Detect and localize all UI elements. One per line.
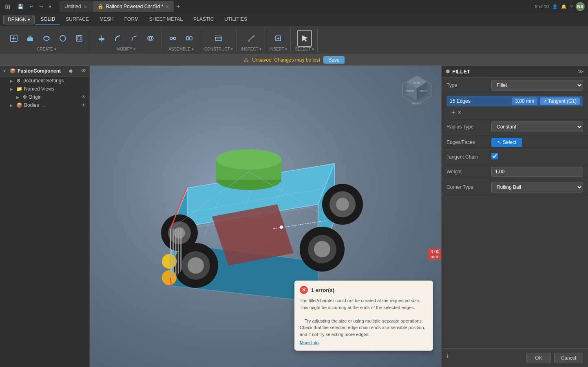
combine-button[interactable] <box>143 30 158 47</box>
type-select[interactable]: Fillet <box>491 80 583 91</box>
redo-button[interactable]: ↪ <box>37 2 46 11</box>
add-edge-button[interactable]: + <box>451 109 455 116</box>
cancel-button[interactable]: Cancel <box>554 353 583 363</box>
select-label[interactable]: SELECT ▾ <box>295 47 314 52</box>
tab-solid[interactable]: SOLID <box>35 14 60 25</box>
svg-point-48 <box>162 254 177 269</box>
info-icon[interactable]: ℹ <box>447 353 449 363</box>
dimension-label[interactable]: 3.00 mm <box>428 248 441 260</box>
construct-label[interactable]: CONSTRUCT ▾ <box>204 47 233 52</box>
measure-button[interactable] <box>244 30 259 47</box>
bodies-visibility-icon[interactable]: 👁 <box>81 102 86 108</box>
tab-untitled-close[interactable]: ✕ <box>84 4 87 9</box>
press-pull-button[interactable] <box>94 30 109 47</box>
titlebar: ⊞ 💾 ↩ ↪ ▾ Untitled ✕ 🔒 Balloon Powered C… <box>0 0 588 13</box>
assemble-label[interactable]: ASSEMBLE ▾ <box>168 47 194 52</box>
create-icons <box>7 28 86 47</box>
svg-point-38 <box>188 257 204 274</box>
sidebar-root[interactable]: ▾ 📦 FusionComponent ⏺ 👁 <box>0 66 89 77</box>
edges-add-remove: + × <box>447 106 466 119</box>
joint-button[interactable] <box>166 30 180 47</box>
tangent-chain-control <box>491 153 583 161</box>
doc-settings-icon: ⚙ <box>16 78 21 84</box>
save-button[interactable]: 💾 <box>15 2 26 11</box>
visibility-icon[interactable]: 👁 <box>81 68 86 74</box>
svg-point-63 <box>280 226 283 229</box>
modify-label[interactable]: MODIFY ▾ <box>117 47 135 52</box>
edges-tangent: ↗ Tangent (G1) <box>540 97 580 105</box>
inspect-label[interactable]: INSPECT ▾ <box>241 47 261 52</box>
tab-untitled[interactable]: Untitled ✕ <box>60 1 92 12</box>
user-initials[interactable]: NS <box>576 2 585 11</box>
error-body: The fillet/chamfer could not be created … <box>300 297 428 338</box>
new-component-button[interactable] <box>7 30 21 47</box>
apps-icon[interactable]: ⊞ <box>3 1 12 12</box>
as-built-joint-button[interactable] <box>182 30 197 47</box>
create-label[interactable]: CREATE ▾ <box>37 47 56 52</box>
sidebar-item-named-views[interactable]: ▶ 📁 Named Views <box>0 85 89 93</box>
edges-item[interactable]: 15 Edges 3.00 mm ↗ Tangent (G1) <box>447 96 583 106</box>
insert-button[interactable] <box>271 30 285 47</box>
save-button[interactable]: Save <box>323 56 344 64</box>
shell-button[interactable] <box>72 30 86 47</box>
more-menu-button[interactable]: ▾ <box>46 2 54 11</box>
fillet-button[interactable] <box>111 30 125 47</box>
ok-button[interactable]: OK <box>526 353 550 363</box>
notification-icon[interactable]: 🔔 <box>561 4 567 9</box>
tab-form[interactable]: FORM <box>119 14 144 25</box>
main-content: ▾ 📦 FusionComponent ⏺ 👁 ▶ ⚙ Document Set… <box>0 66 588 367</box>
account-icon[interactable]: 👤 <box>552 4 558 9</box>
record-icon[interactable]: ⏺ <box>69 69 73 73</box>
error-header: ✕ 1 error(s) <box>300 286 428 294</box>
toolbar-group-insert: INSERT ▾ <box>266 28 291 52</box>
insert-label[interactable]: INSERT ▾ <box>269 47 287 52</box>
toolbar: DESIGN ▾ SOLID SURFACE MESH FORM SHEET M… <box>0 13 588 54</box>
tab-sheet-metal[interactable]: SHEET METAL <box>144 14 188 25</box>
tab-surface[interactable]: SURFACE <box>61 14 94 25</box>
undo-button[interactable]: ↩ <box>27 2 36 11</box>
root-arrow: ▾ <box>3 69 8 73</box>
tab-balloon-close[interactable]: ✕ <box>166 4 169 9</box>
select-button[interactable] <box>297 30 312 47</box>
insert-icons <box>271 28 285 47</box>
origin-visibility-icon[interactable]: 👁 <box>81 94 86 100</box>
weight-input[interactable] <box>491 167 583 177</box>
offset-plane-button[interactable] <box>211 30 226 47</box>
sidebar-item-doc-settings[interactable]: ▶ ⚙ Document Settings <box>0 77 89 85</box>
panel-radius-type-row: Radius Type Constant <box>442 119 588 135</box>
edges-size[interactable]: 3.00 mm <box>512 97 537 105</box>
weight-label: Weight <box>447 169 491 175</box>
revolve-button[interactable] <box>39 30 54 47</box>
extrude-button[interactable] <box>23 30 38 47</box>
tangent-chain-checkbox[interactable] <box>491 153 498 159</box>
sidebar-item-bodies[interactable]: ▶ 📦 Bodies … 👁 <box>0 101 89 109</box>
panel-collapse-button[interactable]: ≫ <box>578 68 584 75</box>
chamfer-button[interactable] <box>127 30 141 47</box>
sidebar-item-origin[interactable]: ▶ ✤ Origin 👁 <box>0 93 89 101</box>
warning-icon: ⚠ <box>243 57 249 63</box>
toolbar-group-assemble: ASSEMBLE ▾ <box>162 28 200 52</box>
design-dropdown[interactable]: DESIGN ▾ <box>3 15 35 24</box>
panel-footer: ℹ OK Cancel <box>442 348 588 367</box>
corner-type-select[interactable]: Rolling Ball <box>491 182 583 192</box>
remove-edge-button[interactable]: × <box>458 109 461 116</box>
select-icons <box>297 28 312 47</box>
tab-balloon-car[interactable]: 🔒 Balloon Powered Car.f3d * ✕ <box>93 1 174 12</box>
tab-utilities[interactable]: UTILITIES <box>219 14 252 25</box>
tab-plastic[interactable]: PLASTIC <box>188 14 219 25</box>
tab-mesh[interactable]: MESH <box>95 14 119 25</box>
viewcube[interactable]: TOP RIGHT FRONT HOME <box>400 74 433 106</box>
select-edges-button[interactable]: ↖ Select <box>491 138 522 147</box>
help-icon[interactable]: ? <box>570 4 573 9</box>
svg-point-14 <box>173 37 176 40</box>
hole-button[interactable] <box>55 30 70 47</box>
tab-area: Untitled ✕ 🔒 Balloon Powered Car.f3d * ✕… <box>60 1 533 12</box>
new-tab-button[interactable]: + <box>175 1 181 12</box>
panel-header: ⬟ FILLET ≫ <box>442 66 588 77</box>
select-cursor-icon: ↖ <box>497 139 501 145</box>
inspect-icons <box>244 28 259 47</box>
doc-settings-label: Document Settings <box>22 78 64 84</box>
more-info-link[interactable]: More Info <box>300 340 318 345</box>
radius-type-select[interactable]: Constant <box>491 122 583 132</box>
weight-control <box>491 167 583 177</box>
